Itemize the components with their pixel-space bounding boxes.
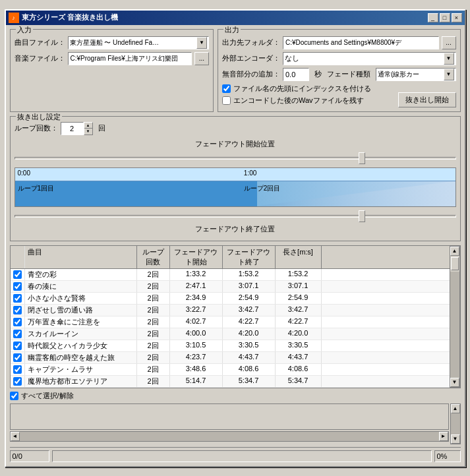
row-loop: 2回 <box>137 328 170 340</box>
song-value: 東方星蓮船 〜 Undefined Fantastic Ob <box>70 38 162 47</box>
fade-start-thumb[interactable] <box>359 152 365 164</box>
row-checkbox[interactable] <box>13 270 22 279</box>
row-checkbox[interactable] <box>13 318 22 326</box>
encoder-combo-arrow[interactable]: ▼ <box>444 53 454 65</box>
song-row: 曲目ファイル： 東方星蓮船 〜 Undefined Fantastic Ob ▼ <box>15 36 209 49</box>
row-check-cell <box>11 364 25 375</box>
fade-end-thumb[interactable] <box>359 210 365 222</box>
row-check-cell <box>11 281 25 292</box>
input-section: 入力 曲目ファイル： 東方星蓮船 〜 Undefined Fantastic O… <box>10 29 214 112</box>
app-icon: ♪ <box>9 13 19 23</box>
row-checkbox[interactable] <box>13 330 22 338</box>
title-bar: ♪ 東方シリーズ 音楽抜き出し機 _ □ × <box>6 11 465 25</box>
spin-up-button[interactable]: ▲ <box>84 123 92 129</box>
row-name: キャプテン・ムラサ <box>25 364 137 375</box>
loop-unit: 回 <box>98 123 105 133</box>
fade-start-slider-container <box>15 152 456 165</box>
row-fade-end: 2:54.9 <box>223 293 276 304</box>
scroll-down-button[interactable]: ▼ <box>450 378 459 387</box>
row-checkbox[interactable] <box>13 365 22 374</box>
input-section-label: 入力 <box>16 25 33 35</box>
minimize-button[interactable]: _ <box>428 13 438 22</box>
fade-end-label: フェードアウト終了位置 <box>15 224 456 234</box>
check2-checkbox[interactable] <box>222 96 231 105</box>
extract-section: 抜き出し設定 ループ回数： ▲ ▼ 回 フェードアウト開始位置 <box>10 116 461 241</box>
row-check-cell <box>11 305 25 316</box>
scroll-left-button[interactable]: ◄ <box>11 432 20 441</box>
fade-type-value: 通常(線形カー <box>378 70 419 79</box>
row-name: 青空の彩 <box>25 269 137 280</box>
right-scroll-up[interactable]: ▲ <box>451 404 460 413</box>
table-body: 青空の彩 2回 1:33.2 1:53.2 1:53.2 春の湊に 2回 2:4… <box>11 269 450 388</box>
fade-type-combo[interactable]: 通常(線形カー ▼ <box>376 68 456 81</box>
row-name: 小さな小さな賢将 <box>25 293 137 304</box>
table-row: スカイルーイン 2回 4:00.0 4:20.0 4:20.0 <box>11 328 450 340</box>
encoder-combo[interactable]: なし ▼ <box>283 52 456 65</box>
right-scroll-track <box>451 413 460 434</box>
vertical-scrollbar[interactable]: ▲ ▼ <box>450 246 460 388</box>
row-checkbox[interactable] <box>13 294 22 303</box>
row-check-cell <box>11 352 25 363</box>
loop-spin[interactable]: ▲ ▼ <box>61 122 93 135</box>
table-row: 春の湊に 2回 2:47.1 3:07.1 3:07.1 <box>11 281 450 293</box>
h-scrollbar[interactable]: ◄ ► <box>10 431 449 442</box>
row-fade-start: 1:33.2 <box>170 269 223 280</box>
loop-field[interactable] <box>61 122 84 135</box>
folder-label: 出力先フォルダ： <box>222 38 280 47</box>
row-checkbox[interactable] <box>13 306 22 314</box>
select-all-checkbox[interactable] <box>10 392 18 400</box>
spin-down-button[interactable]: ▼ <box>84 129 92 134</box>
music-field[interactable] <box>68 52 192 65</box>
folder-browse-button[interactable]: ... <box>442 36 456 49</box>
table-row: 幽霊客船の時空を越えた旅 2回 4:23.7 4:43.7 4:43.7 <box>11 352 450 364</box>
row-fade-end: 4:20.0 <box>223 328 276 340</box>
row-loop: 2回 <box>137 293 170 304</box>
main-window: ♪ 東方シリーズ 音楽抜き出し機 _ □ × 入力 曲目ファイル： 東方星蓮船 … <box>5 9 466 467</box>
row-length: 5:34.7 <box>276 376 322 387</box>
song-combo[interactable]: 東方星蓮船 〜 Undefined Fantastic Ob ▼ <box>68 36 209 49</box>
table-row: 青空の彩 2回 1:33.2 1:53.2 1:53.2 <box>11 269 450 281</box>
waveform: 0:00 1:00 ループ1回目 ループ2回目 <box>15 167 456 207</box>
row-length: 4:08.6 <box>276 364 322 375</box>
table-row: 魔界地方都市エソテリア 2回 5:14.7 5:34.7 5:34.7 <box>11 376 450 388</box>
close-button[interactable]: × <box>452 13 462 22</box>
title-bar-left: ♪ 東方シリーズ 音楽抜き出し機 <box>9 13 118 23</box>
right-scroll-down[interactable]: ▼ <box>451 434 460 444</box>
waveform-timeline: 0:00 1:00 <box>15 168 455 181</box>
extract-section-label: 抜き出し設定 <box>16 112 62 122</box>
table-row: キャプテン・ムラサ 2回 3:48.6 4:08.6 4:08.6 <box>11 364 450 376</box>
row-length: 2:54.9 <box>276 293 322 304</box>
song-combo-arrow[interactable]: ▼ <box>196 37 207 49</box>
row-length: 4:43.7 <box>276 352 322 363</box>
song-label: 曲目ファイル： <box>15 38 65 47</box>
row-checkbox[interactable] <box>13 353 22 362</box>
scroll-thumb[interactable] <box>451 257 459 270</box>
row-checkbox[interactable] <box>13 377 22 386</box>
scroll-right-button[interactable]: ► <box>439 432 448 441</box>
row-fade-start: 2:47.1 <box>170 281 223 292</box>
check2-label: エンコードした後のWavファイルを残す <box>233 96 364 105</box>
music-browse-button[interactable]: ... <box>194 52 209 65</box>
check1-checkbox[interactable] <box>222 84 231 93</box>
maximize-button[interactable]: □ <box>440 13 450 22</box>
window-title: 東方シリーズ 音楽抜き出し機 <box>22 13 118 22</box>
folder-field[interactable] <box>283 36 439 49</box>
row-fade-end: 1:53.2 <box>223 269 276 280</box>
right-scrollbar[interactable]: ▲ ▼ <box>450 403 461 444</box>
table-row: 万年置き傘にご注意を 2回 4:02.7 4:22.7 4:22.7 <box>11 316 450 328</box>
extract-button[interactable]: 抜き出し開始 <box>398 92 456 107</box>
progress-field: 0/0 <box>10 450 49 462</box>
row-checkbox[interactable] <box>13 282 22 291</box>
row-check-cell <box>11 376 25 387</box>
select-all-label: すべて選択/解除 <box>21 391 74 401</box>
row-loop: 2回 <box>137 316 170 328</box>
row-length: 4:20.0 <box>276 328 322 340</box>
text-area-content <box>11 404 448 429</box>
th-name: 曲目 <box>25 246 137 268</box>
fade-type-combo-arrow[interactable]: ▼ <box>444 69 454 80</box>
row-fade-start: 4:02.7 <box>170 316 223 328</box>
silence-field[interactable] <box>283 68 309 81</box>
row-checkbox[interactable] <box>13 342 22 350</box>
row-fade-end: 3:07.1 <box>223 281 276 292</box>
scroll-up-button[interactable]: ▲ <box>450 247 459 256</box>
